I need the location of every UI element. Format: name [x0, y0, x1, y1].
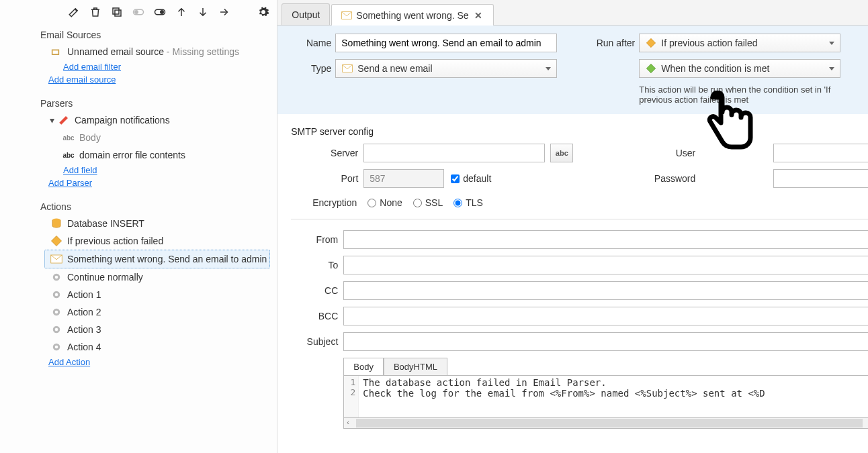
tree-item-action-1[interactable]: Action 1 — [47, 286, 270, 303]
body-editor[interactable]: 12 The database action failed in Email P… — [343, 375, 868, 418]
mailbox-icon — [50, 45, 63, 58]
tree-item-label: Database INSERT — [67, 218, 144, 229]
tree-item-if-previous-failed[interactable]: If previous action failed — [47, 232, 270, 250]
default-checkbox-label[interactable]: default — [451, 173, 491, 184]
arrow-down-icon[interactable] — [196, 5, 210, 19]
chevron-down-icon — [829, 67, 834, 70]
from-input[interactable] — [343, 230, 868, 249]
mail-icon — [341, 62, 353, 74]
tab-output[interactable]: Output — [281, 3, 330, 25]
scrollbar-thumb[interactable] — [356, 419, 862, 427]
run-after-dropdown-2[interactable]: When the condition is met — [639, 59, 840, 78]
radio-tls[interactable]: TLS — [453, 197, 483, 208]
svg-point-17 — [55, 328, 58, 332]
body-tab-body[interactable]: Body — [343, 358, 384, 375]
type-dropdown[interactable]: Send a new email — [335, 59, 557, 78]
encryption-row: Encryption None SSL TLS — [304, 197, 868, 208]
default-checkbox[interactable] — [451, 174, 460, 183]
right-panel: Output Something went wrong. Se ✕ ≡ Name… — [277, 0, 868, 453]
header-form: Name Run after If previous action failed… — [277, 26, 868, 114]
link-add-action[interactable]: Add Action — [48, 356, 90, 368]
label-name: Name — [291, 38, 331, 48]
label-password: Password — [628, 173, 695, 184]
section-email-sources: Email Sources — [40, 30, 270, 40]
subject-input[interactable] — [343, 332, 868, 351]
run-after-dropdown-1[interactable]: If previous action failed — [639, 34, 840, 52]
svg-point-5 — [161, 11, 164, 14]
tree-item-email-source[interactable]: Unnamed email source - Missing settings — [47, 43, 270, 60]
radio-none[interactable]: None — [367, 197, 402, 208]
edit-icon[interactable] — [67, 5, 81, 19]
left-panel: Email Sources Unnamed email source - Mis… — [0, 0, 277, 453]
gear-gray-icon — [50, 323, 63, 336]
link-add-field[interactable]: Add field — [63, 164, 97, 177]
body-tabs: Body BodyHTML — [343, 358, 868, 375]
mail-icon — [50, 252, 63, 266]
label-encryption: Encryption — [304, 197, 357, 208]
body-tab-bodyhtml[interactable]: BodyHTML — [384, 358, 447, 375]
chevron-down-icon — [546, 67, 551, 70]
tree-item-continue-normally[interactable]: Continue normally — [47, 268, 270, 286]
pencil-icon — [57, 113, 71, 127]
port-input[interactable] — [363, 169, 444, 188]
sidebar-toolbar — [0, 0, 277, 23]
label-subject: Subject — [291, 336, 338, 347]
gear-gray-icon — [50, 288, 63, 301]
cc-input[interactable] — [343, 281, 868, 300]
bcc-input[interactable] — [343, 307, 868, 325]
close-icon[interactable]: ✕ — [473, 10, 484, 21]
code-content[interactable]: The database action failed in Email Pars… — [359, 376, 868, 417]
redirect-icon[interactable] — [218, 5, 231, 19]
label-cc: CC — [291, 285, 338, 296]
svg-point-13 — [55, 293, 58, 297]
tabbar: Output Something went wrong. Se ✕ ≡ — [277, 0, 868, 26]
label-user: User — [628, 148, 695, 158]
copy-icon[interactable] — [110, 5, 124, 19]
tree-item-label: Action 4 — [67, 342, 101, 352]
tree-item-campaign-notifications[interactable]: ▾ Campaign notifications — [47, 111, 270, 129]
tree-item-action-4[interactable]: Action 4 — [47, 338, 270, 356]
gear-icon[interactable] — [257, 5, 270, 19]
link-add-parser[interactable]: Add Parser — [48, 177, 92, 189]
tree-item-label: Something went wrong. Send an email to a… — [67, 254, 267, 264]
diamond-icon — [645, 37, 657, 49]
link-add-email-filter[interactable]: Add email filter — [63, 60, 121, 73]
tree-item-body[interactable]: abc Body — [59, 129, 270, 146]
tab-action-editor[interactable]: Something went wrong. Se ✕ — [331, 4, 493, 26]
radio-ssl[interactable]: SSL — [413, 197, 443, 208]
toggle-on-icon[interactable] — [153, 5, 167, 19]
horizontal-scrollbar[interactable]: ‹ › — [343, 418, 868, 429]
delete-icon[interactable] — [89, 5, 102, 19]
name-input[interactable] — [335, 34, 557, 52]
tree-item-action-2[interactable]: Action 2 — [47, 303, 270, 321]
svg-rect-7 — [53, 51, 58, 54]
server-input[interactable] — [363, 144, 545, 162]
tree-item-database-insert[interactable]: Database INSERT — [47, 215, 270, 232]
password-input[interactable] — [773, 169, 868, 188]
tree-item-label: If previous action failed — [67, 236, 163, 246]
label-from: From — [291, 234, 338, 245]
gear-gray-icon — [50, 340, 63, 354]
run-after-note: This action will be run when the conditi… — [639, 85, 840, 105]
abc-button-server[interactable]: abc — [550, 144, 573, 162]
label-type: Type — [291, 63, 331, 74]
tree-item-action-3[interactable]: Action 3 — [47, 321, 270, 338]
tree-item-send-email-admin[interactable]: Something went wrong. Send an email to a… — [44, 250, 270, 268]
label-to: To — [291, 260, 338, 270]
gear-gray-icon — [50, 270, 63, 284]
tree-item-domain-error[interactable]: abc domain error file contents — [59, 146, 270, 164]
user-input[interactable] — [773, 144, 868, 162]
tree-item-label: Unnamed email source — [67, 46, 164, 57]
tree-item-label: Action 1 — [67, 289, 101, 300]
tree-view: Email Sources Unnamed email source - Mis… — [0, 23, 277, 453]
link-add-email-source[interactable]: Add email source — [48, 73, 116, 86]
label-run-after: Run after — [561, 38, 635, 48]
diamond-icon — [50, 234, 63, 248]
to-input[interactable] — [343, 256, 868, 274]
svg-point-19 — [55, 346, 58, 349]
section-actions: Actions — [40, 201, 270, 212]
tree-item-label: Campaign notifications — [75, 115, 170, 125]
toggle-off-icon[interactable] — [132, 5, 145, 19]
svg-point-11 — [55, 276, 58, 279]
arrow-up-icon[interactable] — [175, 5, 188, 19]
